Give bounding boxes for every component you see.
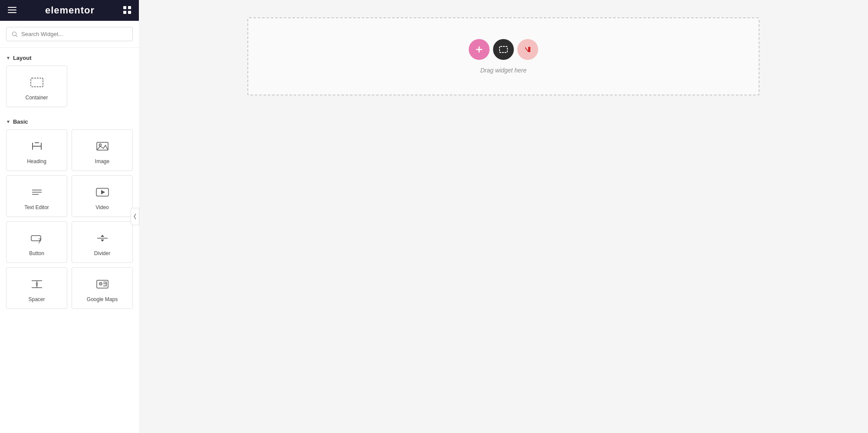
svg-rect-5 — [123, 11, 126, 14]
widget-google-maps[interactable]: Google Maps — [72, 267, 133, 309]
canvas-area: Drag widget here — [247, 17, 760, 95]
widget-label-container: Container — [25, 95, 48, 101]
svg-rect-1 — [8, 10, 16, 10]
add-section-button[interactable] — [469, 39, 490, 60]
image-icon — [95, 138, 110, 154]
widget-button[interactable]: Button — [6, 221, 67, 263]
grid-icon[interactable] — [123, 6, 131, 15]
svg-rect-36 — [500, 46, 507, 52]
section-header-basic[interactable]: ▼ Basic — [0, 112, 139, 129]
drop-zone-icons — [469, 39, 538, 60]
drop-zone-label: Drag widget here — [480, 67, 527, 74]
svg-marker-28 — [36, 282, 38, 284]
layout-widget-grid: Container — [0, 66, 139, 112]
button-icon — [29, 230, 45, 246]
video-icon — [95, 184, 110, 200]
sidebar: elementor ▼ Layou — [0, 0, 139, 433]
svg-point-32 — [100, 283, 101, 284]
widget-label-video: Video — [95, 204, 108, 210]
widget-label-button: Button — [29, 250, 44, 256]
widget-video[interactable]: Video — [72, 175, 133, 217]
heading-icon — [29, 138, 45, 154]
svg-rect-9 — [31, 78, 43, 87]
svg-marker-29 — [36, 285, 38, 286]
svg-rect-0 — [8, 7, 16, 8]
svg-rect-6 — [128, 11, 131, 14]
svg-rect-37 — [522, 44, 533, 55]
svg-marker-23 — [101, 235, 104, 237]
svg-marker-20 — [101, 190, 105, 194]
search-container — [0, 21, 139, 48]
section-label-layout: Layout — [13, 55, 32, 61]
svg-point-15 — [99, 144, 101, 146]
section-header-layout[interactable]: ▼ Layout — [0, 48, 139, 66]
widget-label-heading: Heading — [27, 158, 46, 164]
widget-label-image: Image — [95, 158, 109, 164]
widget-heading[interactable]: Heading — [6, 129, 67, 171]
svg-rect-3 — [123, 6, 126, 9]
main-canvas: Drag widget here — [139, 0, 868, 433]
svg-rect-14 — [97, 142, 108, 150]
chevron-down-icon: ▼ — [6, 56, 10, 60]
svg-rect-21 — [31, 236, 41, 241]
search-input-wrapper — [6, 27, 133, 41]
spacer-icon — [29, 276, 45, 292]
widget-image[interactable]: Image — [72, 129, 133, 171]
container-icon — [29, 75, 45, 90]
search-icon — [12, 31, 18, 37]
svg-line-8 — [16, 35, 18, 37]
widget-divider[interactable]: Divider — [72, 221, 133, 263]
collapse-sidebar-button[interactable] — [131, 208, 139, 225]
widget-container[interactable]: Container — [6, 66, 67, 107]
svg-rect-2 — [8, 12, 16, 13]
svg-point-7 — [13, 32, 16, 36]
drop-zone[interactable]: Drag widget here — [247, 17, 760, 95]
sidebar-panel: elementor ▼ Layou — [0, 0, 139, 433]
search-input[interactable] — [21, 31, 127, 37]
basic-widget-grid: Heading Image Text Editor — [0, 129, 139, 313]
widget-spacer[interactable]: Spacer — [6, 267, 67, 309]
google-maps-icon — [95, 276, 110, 292]
widget-label-divider: Divider — [94, 250, 110, 256]
add-template-button[interactable] — [517, 39, 538, 60]
sidebar-header: elementor — [0, 0, 139, 21]
chevron-down-icon-basic: ▼ — [6, 119, 10, 124]
widget-label-text-editor: Text Editor — [24, 204, 49, 210]
divider-icon — [95, 230, 110, 246]
widget-text-editor[interactable]: Text Editor — [6, 175, 67, 217]
svg-rect-4 — [128, 6, 131, 9]
section-label-basic: Basic — [13, 118, 28, 125]
hamburger-icon[interactable] — [8, 6, 16, 16]
widget-label-spacer: Spacer — [28, 296, 45, 302]
widget-label-google-maps: Google Maps — [87, 296, 118, 302]
add-container-button[interactable] — [493, 39, 514, 60]
text-editor-icon — [29, 184, 45, 200]
elementor-logo: elementor — [45, 5, 95, 16]
svg-marker-24 — [101, 239, 104, 242]
